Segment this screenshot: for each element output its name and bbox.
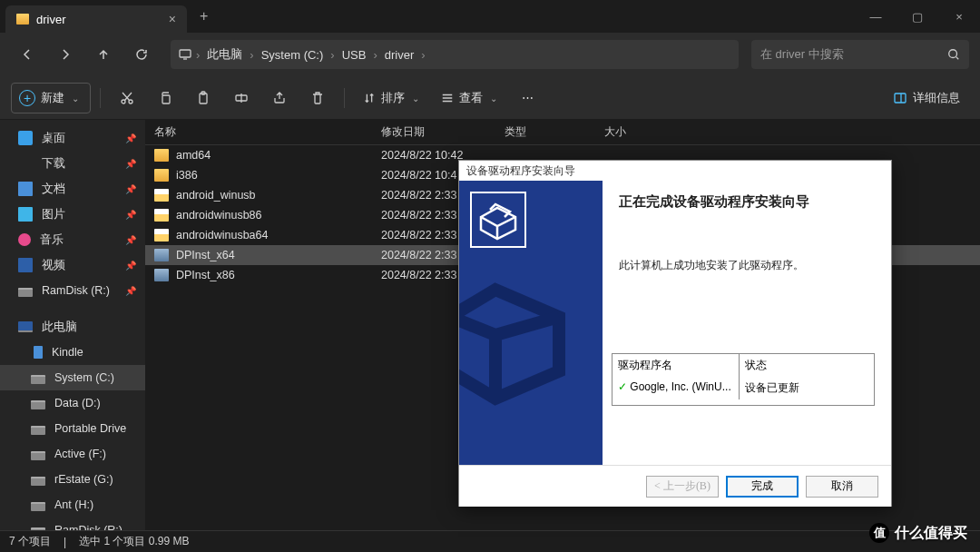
breadcrumb-item[interactable]: 此电脑 bbox=[203, 44, 246, 64]
th-status: 状态 bbox=[740, 354, 772, 377]
disk-icon bbox=[31, 502, 45, 511]
folder-icon bbox=[154, 169, 169, 182]
sidebar-drive[interactable]: Active (F:) bbox=[0, 441, 145, 467]
search-icon bbox=[947, 48, 960, 61]
sidebar-item[interactable]: RamDisk (R:)📌 bbox=[0, 278, 145, 303]
sidebar-item[interactable]: 下载📌 bbox=[0, 151, 145, 176]
sidebar-item[interactable]: 音乐📌 bbox=[0, 227, 145, 252]
share-button[interactable] bbox=[262, 83, 297, 113]
paste-button[interactable] bbox=[186, 83, 220, 113]
pin-icon: 📌 bbox=[125, 210, 136, 220]
video-icon bbox=[18, 258, 33, 272]
back-button[interactable] bbox=[11, 38, 44, 71]
sidebar-this-pc[interactable]: 此电脑 bbox=[0, 314, 145, 340]
tab-title: driver bbox=[36, 13, 66, 26]
titlebar: driver × + — ▢ × bbox=[0, 0, 980, 33]
search-input[interactable]: 在 driver 中搜索 bbox=[751, 40, 969, 69]
pc-icon bbox=[18, 321, 33, 332]
toolbar: + 新建 排序 查看 ⋯ 详细信息 bbox=[0, 76, 980, 120]
dialog-title: 设备驱动程序安装向导 bbox=[459, 161, 891, 181]
col-name[interactable]: 名称 bbox=[154, 124, 381, 140]
pin-icon: 📌 bbox=[125, 261, 136, 271]
sidebar-drive[interactable]: System (C:) bbox=[0, 365, 145, 390]
svg-rect-4 bbox=[162, 95, 170, 104]
sort-button[interactable]: 排序 bbox=[354, 83, 428, 113]
breadcrumb-item[interactable]: driver bbox=[381, 46, 418, 64]
up-button[interactable] bbox=[87, 38, 120, 71]
inf-icon bbox=[154, 189, 169, 202]
breadcrumb-item[interactable]: System (C:) bbox=[258, 46, 328, 64]
disk-icon bbox=[31, 426, 45, 435]
disk-icon bbox=[31, 477, 45, 486]
status-bar: 7 个项目 | 选中 1 个项目 0.99 MB bbox=[0, 530, 980, 552]
svg-point-3 bbox=[129, 100, 132, 104]
desktop-icon bbox=[18, 131, 33, 145]
inf-icon bbox=[154, 229, 169, 242]
new-tab-button[interactable]: + bbox=[187, 8, 220, 25]
sidebar-drive[interactable]: Kindle bbox=[0, 340, 145, 365]
search-placeholder: 在 driver 中搜索 bbox=[760, 46, 844, 63]
cancel-button[interactable]: 取消 bbox=[806, 476, 878, 498]
sidebar-drive[interactable]: Portable Drive bbox=[0, 416, 145, 441]
col-type[interactable]: 类型 bbox=[505, 124, 604, 140]
window-tab[interactable]: driver × bbox=[5, 5, 187, 33]
monitor-icon bbox=[178, 47, 192, 62]
delete-button[interactable] bbox=[300, 83, 335, 113]
minimize-button[interactable]: — bbox=[855, 0, 897, 33]
refresh-button[interactable] bbox=[125, 38, 158, 71]
svg-point-2 bbox=[122, 100, 125, 104]
dialog-heading: 正在完成设备驱动程序安装向导 bbox=[619, 193, 875, 211]
cut-button[interactable] bbox=[110, 83, 144, 113]
new-button[interactable]: + 新建 bbox=[11, 83, 91, 113]
disk-icon bbox=[31, 451, 45, 460]
copy-button[interactable] bbox=[148, 83, 182, 113]
column-headers[interactable]: 名称 修改日期 类型 大小 bbox=[145, 120, 980, 145]
folder-icon bbox=[16, 14, 29, 25]
disk-icon bbox=[31, 527, 45, 531]
sidebar-drive[interactable]: RamDisk (R:) bbox=[0, 518, 145, 530]
td-status: 设备已更新 bbox=[740, 377, 805, 399]
sidebar-item[interactable]: 图片📌 bbox=[0, 202, 145, 227]
close-window-button[interactable]: × bbox=[938, 0, 980, 33]
col-size[interactable]: 大小 bbox=[604, 124, 677, 140]
plus-icon: + bbox=[19, 90, 35, 106]
sidebar-item[interactable]: 文档📌 bbox=[0, 176, 145, 202]
exe-icon bbox=[154, 249, 169, 261]
svg-point-1 bbox=[949, 50, 957, 58]
pic-icon bbox=[18, 207, 33, 222]
disk-icon bbox=[31, 375, 45, 384]
kindle-icon bbox=[34, 346, 43, 359]
col-date[interactable]: 修改日期 bbox=[381, 124, 505, 140]
music-icon bbox=[18, 233, 31, 246]
back-button: < 上一步(B) bbox=[646, 476, 719, 498]
more-button[interactable]: ⋯ bbox=[510, 83, 544, 113]
maximize-button[interactable]: ▢ bbox=[897, 0, 938, 33]
sidebar[interactable]: 桌面📌下载📌文档📌图片📌音乐📌视频📌RamDisk (R:)📌此电脑Kindle… bbox=[0, 120, 145, 530]
inf-icon bbox=[154, 209, 169, 222]
pin-icon: 📌 bbox=[125, 159, 136, 169]
disk-icon bbox=[31, 400, 45, 409]
rename-button[interactable] bbox=[224, 83, 259, 113]
finish-button[interactable]: 完成 bbox=[726, 476, 799, 498]
dialog-body-text: 此计算机上成功地安装了此驱动程序。 bbox=[619, 258, 875, 273]
td-driver-name: ✓ Google, Inc. (WinU... bbox=[612, 377, 740, 399]
view-button[interactable]: 查看 bbox=[432, 83, 506, 113]
breadcrumb[interactable]: › 此电脑› System (C:)› USB› driver› bbox=[171, 40, 739, 69]
pin-icon: 📌 bbox=[125, 235, 136, 245]
download-icon bbox=[18, 156, 33, 171]
forward-button[interactable] bbox=[49, 38, 82, 71]
breadcrumb-item[interactable]: USB bbox=[338, 46, 370, 64]
pin-icon: 📌 bbox=[125, 133, 136, 143]
driver-result-table: 驱动程序名 状态 ✓ Google, Inc. (WinU... 设备已更新 bbox=[612, 353, 875, 406]
sidebar-drive[interactable]: Data (D:) bbox=[0, 390, 145, 416]
close-tab-icon[interactable]: × bbox=[169, 12, 176, 26]
svg-rect-8 bbox=[895, 94, 906, 103]
svg-rect-0 bbox=[180, 50, 191, 57]
sidebar-item[interactable]: 视频📌 bbox=[0, 252, 145, 278]
exe-icon bbox=[154, 269, 169, 281]
th-driver-name: 驱动程序名 bbox=[612, 354, 740, 377]
sidebar-drive[interactable]: rEstate (G:) bbox=[0, 467, 145, 492]
sidebar-item[interactable]: 桌面📌 bbox=[0, 125, 145, 151]
details-pane-button[interactable]: 详细信息 bbox=[884, 83, 969, 113]
sidebar-drive[interactable]: Ant (H:) bbox=[0, 492, 145, 518]
